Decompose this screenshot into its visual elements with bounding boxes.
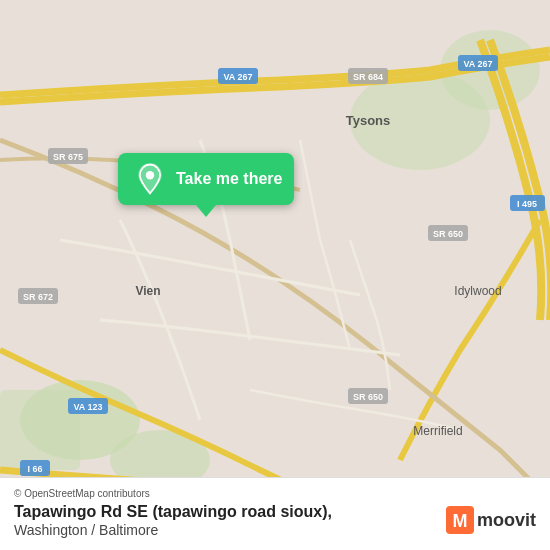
moovit-text: moovit xyxy=(477,510,536,531)
take-me-there-container[interactable]: Take me there xyxy=(118,153,294,217)
svg-text:Vien: Vien xyxy=(135,284,160,298)
svg-text:VA 267: VA 267 xyxy=(223,72,252,82)
svg-point-34 xyxy=(146,171,154,179)
info-bar: © OpenStreetMap contributors Tapawingo R… xyxy=(0,477,550,550)
svg-text:VA 267: VA 267 xyxy=(463,59,492,69)
map-attribution: © OpenStreetMap contributors xyxy=(14,488,536,499)
button-tooltip-triangle xyxy=(196,205,216,217)
svg-text:SR 675: SR 675 xyxy=(53,152,83,162)
svg-text:VA 123: VA 123 xyxy=(73,402,102,412)
svg-text:SR 684: SR 684 xyxy=(353,72,383,82)
svg-text:SR 650: SR 650 xyxy=(433,229,463,239)
moovit-logo: M moovit xyxy=(446,506,536,534)
svg-text:Merrifield: Merrifield xyxy=(413,424,462,438)
map-container: VA 267 VA 267 SR 675 SR 684 I 495 SR 675… xyxy=(0,0,550,550)
take-me-there-label: Take me there xyxy=(176,170,282,188)
svg-text:SR 650: SR 650 xyxy=(353,392,383,402)
map-svg: VA 267 VA 267 SR 675 SR 684 I 495 SR 675… xyxy=(0,0,550,550)
svg-text:Idylwood: Idylwood xyxy=(454,284,501,298)
svg-text:Tysons: Tysons xyxy=(346,113,391,128)
moovit-icon: M xyxy=(446,506,474,534)
svg-text:I 66: I 66 xyxy=(27,464,42,474)
svg-text:M: M xyxy=(452,511,467,531)
location-pin-icon xyxy=(134,163,166,195)
take-me-there-button[interactable]: Take me there xyxy=(118,153,294,205)
svg-text:I 495: I 495 xyxy=(517,199,537,209)
svg-text:SR 672: SR 672 xyxy=(23,292,53,302)
